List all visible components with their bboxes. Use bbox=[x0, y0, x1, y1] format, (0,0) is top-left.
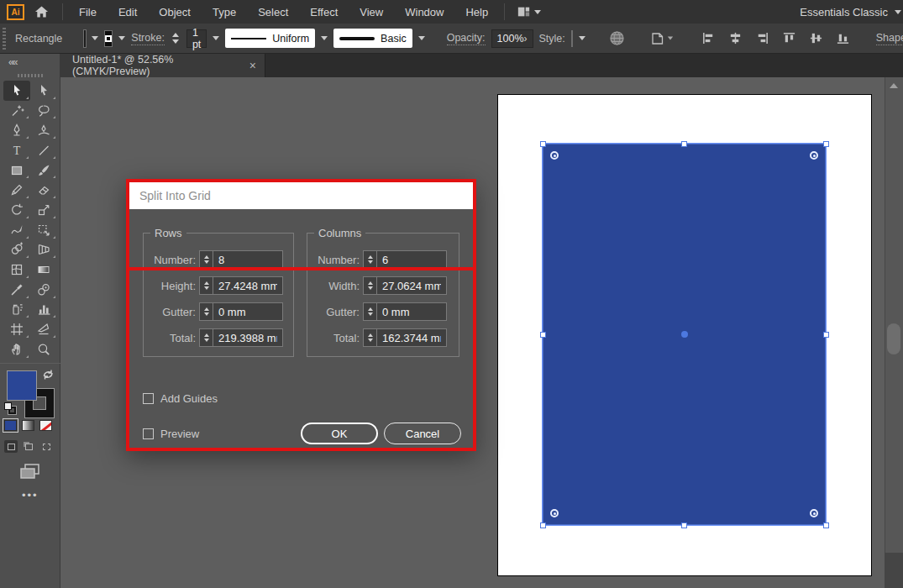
preview-checkbox[interactable] bbox=[143, 428, 154, 439]
opacity-field[interactable]: 100% › bbox=[491, 29, 533, 48]
selection-handle-middle-right[interactable] bbox=[823, 332, 829, 338]
rows-height-stepper[interactable] bbox=[199, 276, 213, 295]
columns-number-stepper[interactable] bbox=[363, 250, 376, 269]
corner-widget-top-right[interactable] bbox=[810, 151, 818, 160]
home-icon[interactable] bbox=[30, 5, 52, 18]
paintbrush-tool[interactable] bbox=[30, 160, 57, 181]
perspective-grid-tool[interactable] bbox=[30, 240, 57, 260]
default-fill-stroke-icon[interactable] bbox=[4, 402, 18, 416]
align-top-icon[interactable] bbox=[780, 31, 798, 45]
shaper-tool[interactable] bbox=[3, 220, 30, 240]
hand-tool[interactable] bbox=[3, 339, 30, 360]
menu-select[interactable]: Select bbox=[247, 6, 299, 18]
corner-widget-top-left[interactable] bbox=[550, 151, 559, 160]
selection-center-point[interactable] bbox=[681, 331, 688, 338]
type-tool[interactable]: T bbox=[3, 140, 30, 160]
align-vertical-center-icon[interactable] bbox=[807, 31, 825, 45]
columns-total-input[interactable] bbox=[376, 328, 447, 347]
selection-handle-bottom-right[interactable] bbox=[823, 522, 829, 528]
draw-inside-icon[interactable] bbox=[39, 440, 53, 453]
document-tab[interactable]: Untitled-1* @ 52.56% (CMYK/Preview) × bbox=[60, 54, 265, 77]
vertical-scrollbar[interactable] bbox=[885, 77, 903, 588]
opacity-label[interactable]: Opacity: bbox=[447, 32, 486, 45]
panel-grip[interactable] bbox=[3, 28, 6, 50]
align-horizontal-center-icon[interactable] bbox=[727, 31, 744, 45]
fill-indicator[interactable] bbox=[7, 370, 37, 401]
graphic-style-swatch[interactable] bbox=[571, 30, 573, 47]
color-chip[interactable] bbox=[4, 420, 17, 431]
eyedropper-tool[interactable] bbox=[3, 280, 30, 300]
screen-mode-icon[interactable] bbox=[18, 462, 42, 480]
recolor-artwork-icon[interactable] bbox=[648, 31, 675, 46]
stroke-color-swatch[interactable] bbox=[104, 30, 113, 47]
none-chip[interactable] bbox=[39, 420, 52, 431]
scroll-up-icon[interactable] bbox=[890, 83, 898, 88]
stroke-weight-value[interactable]: 1 pt bbox=[186, 29, 207, 48]
eraser-tool[interactable] bbox=[30, 180, 57, 200]
rows-gutter-stepper[interactable] bbox=[199, 302, 213, 321]
align-left-icon[interactable] bbox=[700, 31, 717, 45]
brush-chevron-icon[interactable] bbox=[418, 36, 425, 40]
cancel-button[interactable]: Cancel bbox=[384, 423, 461, 444]
document-setup-globe-icon[interactable] bbox=[607, 30, 627, 46]
panel-drag-grip[interactable] bbox=[18, 74, 43, 77]
columns-width-input[interactable] bbox=[376, 276, 447, 295]
pen-tool[interactable] bbox=[3, 120, 30, 140]
menu-help[interactable]: Help bbox=[454, 6, 499, 18]
gradient-chip[interactable] bbox=[22, 420, 34, 431]
chevron-down-icon[interactable] bbox=[534, 10, 541, 14]
columns-gutter-input[interactable] bbox=[376, 302, 447, 321]
chevron-down-icon[interactable] bbox=[895, 10, 901, 14]
gradient-tool[interactable] bbox=[30, 260, 57, 280]
curvature-tool[interactable] bbox=[30, 120, 57, 140]
align-bottom-icon[interactable] bbox=[834, 31, 852, 45]
menu-effect[interactable]: Effect bbox=[299, 6, 349, 18]
menu-edit[interactable]: Edit bbox=[108, 6, 148, 18]
shape-builder-tool[interactable] bbox=[3, 240, 30, 260]
tab-close-icon[interactable]: × bbox=[249, 60, 256, 71]
corner-widget-bottom-right[interactable] bbox=[810, 509, 818, 517]
stroke-weight-chevron-icon[interactable] bbox=[213, 36, 219, 40]
workspace-name[interactable]: Essentials Classic bbox=[800, 6, 888, 18]
rows-height-input[interactable] bbox=[213, 276, 283, 295]
lasso-tool[interactable] bbox=[30, 101, 57, 121]
workspace-switcher-icon[interactable] bbox=[517, 5, 531, 18]
selection-handle-bottom-center[interactable] bbox=[681, 522, 687, 528]
zoom-tool[interactable] bbox=[30, 339, 57, 360]
stroke-weight-label[interactable]: Stroke: bbox=[131, 32, 165, 45]
symbol-sprayer-tool[interactable] bbox=[3, 300, 30, 320]
columns-width-stepper[interactable] bbox=[363, 276, 376, 295]
scale-tool[interactable] bbox=[30, 200, 57, 220]
menu-type[interactable]: Type bbox=[202, 6, 247, 18]
scrollbar-thumb[interactable] bbox=[887, 323, 900, 354]
rows-total-input[interactable] bbox=[213, 328, 283, 347]
width-profile-chevron-icon[interactable] bbox=[321, 36, 328, 40]
columns-total-stepper[interactable] bbox=[363, 328, 376, 347]
brush-dropdown[interactable]: Basic bbox=[333, 29, 412, 48]
menu-window[interactable]: Window bbox=[394, 6, 454, 18]
fill-color-swatch[interactable] bbox=[84, 30, 86, 47]
menu-view[interactable]: View bbox=[349, 6, 394, 18]
artboard-tool[interactable] bbox=[3, 319, 30, 339]
menu-object[interactable]: Object bbox=[148, 6, 202, 18]
selection-handle-bottom-left[interactable] bbox=[540, 522, 546, 528]
rectangle-tool[interactable] bbox=[3, 160, 30, 181]
slice-tool[interactable] bbox=[30, 319, 57, 339]
mesh-tool[interactable] bbox=[3, 260, 30, 280]
selection-tool[interactable] bbox=[3, 81, 30, 101]
selection-handle-top-right[interactable] bbox=[823, 141, 829, 147]
line-segment-tool[interactable] bbox=[30, 140, 57, 160]
draw-normal-icon[interactable] bbox=[4, 440, 18, 453]
width-profile-dropdown[interactable]: Uniform bbox=[225, 29, 315, 48]
selection-handle-top-center[interactable] bbox=[681, 141, 687, 147]
free-transform-tool[interactable] bbox=[30, 220, 57, 240]
shape-label[interactable]: Shape: bbox=[876, 32, 903, 45]
rotate-tool[interactable] bbox=[3, 200, 30, 220]
illustrator-logo[interactable]: Ai bbox=[7, 4, 24, 20]
direct-selection-tool[interactable] bbox=[30, 81, 57, 101]
corner-widget-bottom-left[interactable] bbox=[550, 509, 559, 517]
add-guides-checkbox[interactable] bbox=[143, 393, 154, 404]
rows-number-stepper[interactable] bbox=[199, 250, 213, 269]
collapse-panel-icon[interactable]: «« bbox=[8, 56, 16, 68]
opacity-more-icon[interactable]: › bbox=[524, 33, 528, 45]
